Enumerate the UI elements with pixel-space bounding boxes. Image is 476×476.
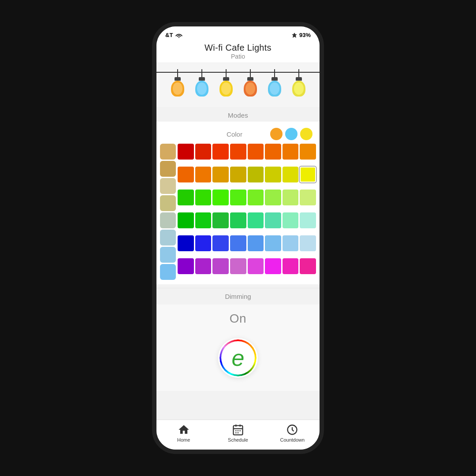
neutral-swatch[interactable] — [160, 264, 176, 280]
page-title: Wi-fi Cafe Lights — [165, 43, 311, 53]
color-cell[interactable] — [230, 235, 246, 251]
color-cell[interactable] — [248, 144, 264, 160]
color-cell[interactable] — [230, 212, 246, 228]
selected-colors — [270, 128, 312, 140]
color-cell[interactable] — [248, 258, 264, 274]
color-cell[interactable] — [230, 258, 246, 274]
color-cell[interactable] — [265, 235, 281, 251]
color-cell[interactable] — [300, 235, 316, 251]
color-cell[interactable] — [283, 258, 299, 274]
color-panel: Color — [156, 122, 320, 284]
bulb-4 — [244, 69, 257, 97]
neutral-swatch[interactable] — [160, 247, 176, 263]
neutral-swatch[interactable] — [160, 212, 176, 228]
carrier-text: &T — [165, 32, 173, 38]
bulb-glow — [197, 82, 207, 95]
app-logo[interactable]: e — [218, 338, 258, 378]
color-cell[interactable] — [300, 144, 316, 160]
color-cell[interactable] — [283, 167, 299, 182]
color-cell[interactable] — [178, 167, 194, 182]
modes-label: Modes — [156, 107, 320, 122]
color-cell[interactable] — [212, 212, 229, 228]
nav-countdown[interactable]: Countdown — [265, 424, 320, 443]
bulb-cap — [223, 77, 229, 81]
color-cell[interactable] — [195, 144, 212, 160]
color-cell[interactable] — [195, 235, 212, 251]
color-cell[interactable] — [212, 167, 229, 182]
bulb-glow — [173, 82, 182, 95]
color-cell[interactable] — [178, 190, 194, 205]
color-cell[interactable] — [195, 258, 212, 274]
color-cell[interactable] — [265, 144, 281, 160]
color-cell[interactable] — [265, 212, 281, 228]
color-cell[interactable] — [248, 212, 264, 228]
bulb-1 — [171, 69, 184, 97]
bulb-wire — [201, 69, 202, 77]
lights-illustration — [156, 63, 320, 107]
color-cell-selected[interactable] — [300, 167, 316, 182]
bulb-wire — [274, 69, 275, 77]
color-cell[interactable] — [248, 167, 264, 182]
main-content: Modes Color — [156, 107, 320, 420]
color-cell[interactable] — [265, 258, 281, 274]
bulb-wire — [250, 69, 251, 77]
nav-schedule[interactable]: Schedule — [211, 424, 265, 443]
svg-rect-8 — [235, 432, 236, 433]
location-icon — [291, 32, 298, 38]
color-cell[interactable] — [178, 212, 194, 228]
color-cell[interactable] — [283, 144, 299, 160]
phone-frame: &T 93% ‹ Wi-fi Cafe Lights Patio ··· — [152, 22, 324, 454]
color-cell[interactable] — [300, 212, 316, 228]
color-cell[interactable] — [230, 167, 246, 182]
bulb-body — [292, 81, 305, 97]
nav-schedule-label: Schedule — [228, 437, 248, 443]
color-title: Color — [199, 130, 270, 138]
color-cell[interactable] — [212, 144, 229, 160]
wifi-icon — [175, 33, 182, 38]
bulb-cap — [296, 77, 302, 81]
svg-rect-9 — [238, 432, 238, 433]
color-cell[interactable] — [283, 190, 299, 205]
bulb-cap — [271, 77, 278, 81]
color-cell[interactable] — [195, 212, 212, 228]
color-cell[interactable] — [248, 190, 264, 205]
home-icon — [178, 424, 190, 436]
selected-color-3[interactable] — [300, 128, 312, 140]
bulb-body — [244, 81, 257, 97]
color-cell[interactable] — [212, 258, 229, 274]
on-section: On — [156, 305, 320, 329]
color-grid — [178, 144, 316, 280]
color-cell[interactable] — [265, 190, 281, 205]
color-cell[interactable] — [212, 190, 229, 205]
color-cell[interactable] — [300, 258, 316, 274]
neutral-swatch[interactable] — [160, 230, 176, 245]
color-cell[interactable] — [195, 167, 212, 182]
color-cell[interactable] — [178, 144, 194, 160]
neutral-swatch[interactable] — [160, 178, 176, 194]
bulb-wire — [298, 69, 299, 77]
color-cell[interactable] — [248, 235, 264, 251]
color-cell[interactable] — [283, 212, 299, 228]
neutral-swatch[interactable] — [160, 144, 176, 160]
color-cell[interactable] — [265, 167, 281, 182]
neutral-swatch[interactable] — [160, 195, 176, 211]
bulb-glow — [270, 82, 279, 95]
bulb-wire — [177, 69, 178, 77]
color-cell[interactable] — [230, 144, 246, 160]
selected-color-2[interactable] — [285, 128, 298, 140]
clock-icon — [286, 424, 298, 436]
bulb-body — [171, 81, 184, 97]
color-cell[interactable] — [230, 190, 246, 205]
nav-home[interactable]: Home — [156, 424, 211, 443]
status-bar: &T 93% — [156, 26, 320, 40]
color-cell[interactable] — [212, 235, 229, 251]
nav-home-label: Home — [177, 437, 190, 443]
color-cell[interactable] — [178, 235, 194, 251]
bulb-6 — [292, 69, 305, 97]
selected-color-1[interactable] — [270, 128, 283, 140]
color-cell[interactable] — [195, 190, 212, 205]
neutral-swatch[interactable] — [160, 161, 176, 177]
color-cell[interactable] — [300, 190, 316, 205]
color-cell[interactable] — [283, 235, 299, 251]
color-cell[interactable] — [178, 258, 194, 274]
